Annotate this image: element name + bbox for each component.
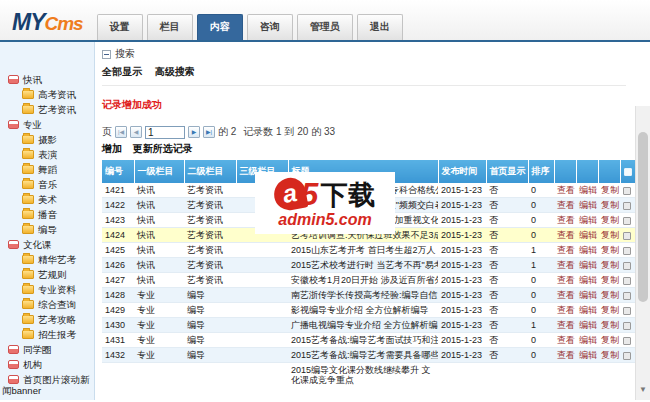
view-link[interactable]: 查看 — [557, 350, 575, 360]
first-page-button[interactable]: |◀ — [115, 126, 127, 138]
view-link[interactable]: 查看 — [557, 305, 575, 315]
select-all-checkbox[interactable] — [624, 168, 632, 176]
edit-link[interactable]: 编辑 — [579, 215, 597, 225]
sidebar-item[interactable]: 文化课 — [0, 237, 94, 252]
scroll-down-arrow-icon[interactable]: ▼ — [639, 385, 647, 394]
sidebar-item[interactable]: 首页图片滚动新闻banner — [0, 372, 94, 398]
view-link[interactable]: 查看 — [557, 335, 575, 345]
edit-link[interactable]: 编辑 — [579, 230, 597, 240]
copy-link[interactable]: 复制 — [601, 350, 619, 360]
edit-link[interactable]: 编辑 — [579, 320, 597, 330]
row-checkbox[interactable] — [623, 292, 631, 300]
scrollbar-thumb[interactable] — [638, 132, 648, 302]
cell: 2015-1-23 — [438, 228, 486, 243]
row-checkbox[interactable] — [623, 262, 631, 270]
copy-link[interactable]: 复制 — [601, 185, 619, 195]
view-link[interactable]: 查看 — [557, 320, 575, 330]
sidebar-item[interactable]: 编导 — [0, 222, 94, 237]
edit-link[interactable]: 编辑 — [579, 245, 597, 255]
sidebar-item[interactable]: 播音 — [0, 207, 94, 222]
sidebar-item[interactable]: 艺考资讯 — [0, 102, 94, 117]
copy-link[interactable]: 复制 — [601, 320, 619, 330]
row-checkbox[interactable] — [623, 202, 631, 210]
edit-link[interactable]: 编辑 — [579, 290, 597, 300]
tab-2[interactable]: 内容 — [197, 14, 243, 40]
view-link[interactable]: 查看 — [557, 215, 575, 225]
tab-1[interactable]: 栏目 — [147, 14, 193, 40]
tab-0[interactable]: 设置 — [97, 14, 143, 40]
last-page-button[interactable]: ▶| — [203, 126, 215, 138]
sidebar-item[interactable]: 艺考攻略 — [0, 312, 94, 327]
edit-link[interactable]: 编辑 — [579, 335, 597, 345]
search-links: 全部显示 高级搜索 — [102, 65, 626, 79]
sidebar-item[interactable]: 招生报考 — [0, 327, 94, 342]
cell: 2015-1-23 — [438, 258, 486, 273]
sidebar-item[interactable]: 音乐 — [0, 177, 94, 192]
sidebar-item[interactable]: 舞蹈 — [0, 162, 94, 177]
edit-link[interactable]: 编辑 — [579, 350, 597, 360]
next-page-button[interactable]: ▶ — [188, 126, 200, 138]
edit-link[interactable]: 编辑 — [579, 305, 597, 315]
edit-link[interactable]: 编辑 — [579, 260, 597, 270]
tab-3[interactable]: 咨询 — [247, 14, 293, 40]
row-checkbox[interactable] — [623, 247, 631, 255]
view-link[interactable]: 查看 — [557, 200, 575, 210]
copy-link[interactable]: 复制 — [601, 230, 619, 240]
sidebar-item[interactable]: 表演 — [0, 147, 94, 162]
view-link[interactable]: 查看 — [557, 245, 575, 255]
view-link[interactable]: 查看 — [557, 185, 575, 195]
view-link[interactable]: 查看 — [557, 275, 575, 285]
copy-link[interactable]: 复制 — [601, 290, 619, 300]
page-number-input[interactable] — [145, 126, 185, 139]
row-checkbox[interactable] — [623, 277, 631, 285]
row-checkbox[interactable] — [623, 337, 631, 345]
collapse-icon[interactable] — [102, 50, 111, 59]
copy-link[interactable]: 复制 — [601, 200, 619, 210]
tab-5[interactable]: 退出 — [357, 14, 403, 40]
cell: 艺考资讯 — [184, 198, 236, 213]
cell: 否 — [486, 213, 528, 228]
row-checkbox[interactable] — [623, 217, 631, 225]
sidebar-item[interactable]: 艺规则 — [0, 267, 94, 282]
advanced-search-link[interactable]: 高级搜索 — [155, 66, 195, 77]
row-checkbox[interactable] — [623, 307, 631, 315]
edit-link[interactable]: 编辑 — [579, 275, 597, 285]
edit-link[interactable]: 编辑 — [579, 200, 597, 210]
copy-link[interactable]: 复制 — [601, 260, 619, 270]
sidebar-item[interactable]: 精华艺考 — [0, 252, 94, 267]
view-link[interactable]: 查看 — [557, 230, 575, 240]
row-checkbox[interactable] — [623, 352, 631, 360]
sidebar-item[interactable]: 同学圈 — [0, 342, 94, 357]
row-checkbox[interactable] — [623, 187, 631, 195]
copy-link[interactable]: 复制 — [601, 245, 619, 255]
copy-link[interactable]: 复制 — [601, 335, 619, 345]
row-checkbox[interactable] — [623, 322, 631, 330]
sidebar-item[interactable]: 快讯 — [0, 72, 94, 87]
action-column-header — [576, 160, 598, 183]
sidebar-item[interactable]: 综合查询 — [0, 297, 94, 312]
sidebar-item[interactable]: 高考资讯 — [0, 87, 94, 102]
action-column-header — [554, 160, 576, 183]
prev-page-button[interactable]: ◀ — [130, 126, 142, 138]
edit-link[interactable]: 编辑 — [579, 185, 597, 195]
view-link[interactable]: 查看 — [557, 260, 575, 270]
row-checkbox[interactable] — [623, 232, 631, 240]
sidebar-item[interactable]: 摄影 — [0, 132, 94, 147]
update-selected-link[interactable]: 更新所选记录 — [133, 143, 193, 154]
copy-link[interactable]: 复制 — [601, 275, 619, 285]
action-cell: 复制 — [598, 228, 620, 243]
sidebar-item[interactable]: 专业资料 — [0, 282, 94, 297]
action-column-header — [598, 160, 620, 183]
action-cell: 复制 — [598, 303, 620, 318]
add-record-link[interactable]: 增加 — [102, 143, 122, 154]
sidebar-item[interactable]: 机构 — [0, 357, 94, 372]
tab-4[interactable]: 管理员 — [297, 14, 353, 40]
copy-link[interactable]: 复制 — [601, 215, 619, 225]
sidebar-item[interactable]: 美术 — [0, 192, 94, 207]
vertical-scrollbar[interactable]: ▼ — [635, 106, 650, 400]
sidebar-item[interactable]: 专业 — [0, 117, 94, 132]
copy-link[interactable]: 复制 — [601, 305, 619, 315]
show-all-link[interactable]: 全部显示 — [102, 66, 142, 77]
view-link[interactable]: 查看 — [557, 290, 575, 300]
cell: 艺考资讯 — [184, 228, 236, 243]
